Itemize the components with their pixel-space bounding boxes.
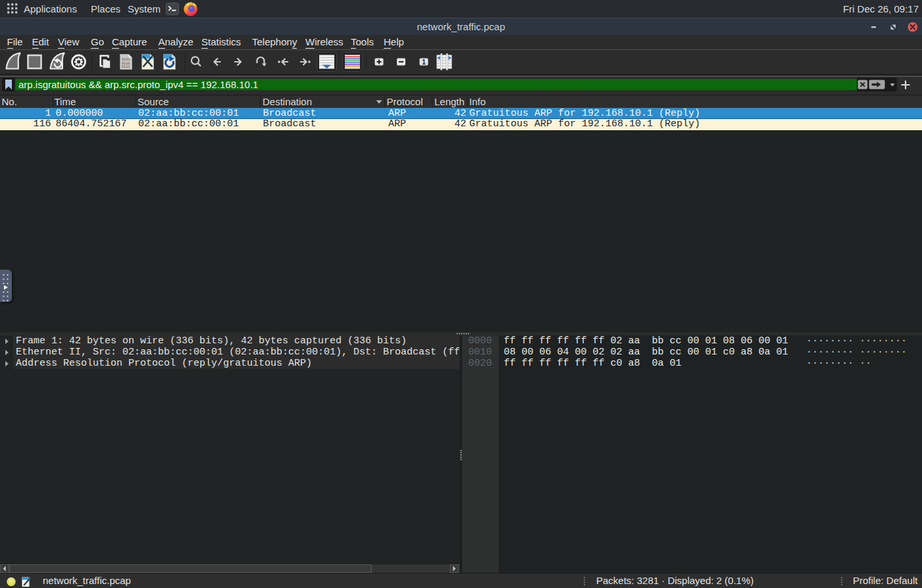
svg-text:1: 1	[422, 59, 426, 66]
svg-text:0111: 0111	[122, 65, 130, 69]
